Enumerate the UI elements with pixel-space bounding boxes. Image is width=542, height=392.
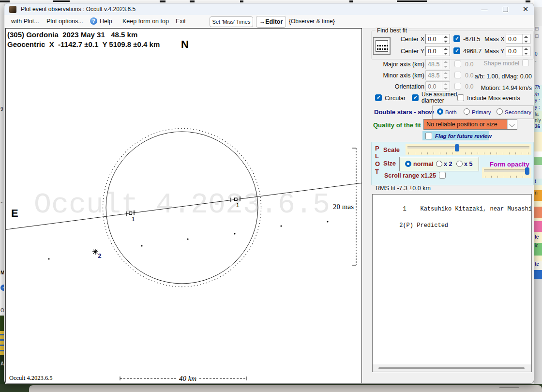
center-y-spin-buttons[interactable] <box>442 46 450 56</box>
menu-with-plot[interactable]: with Plot... <box>11 18 39 25</box>
background-window-edge <box>29 385 542 392</box>
size-x2-label: x 2 <box>444 161 452 168</box>
dropdown-arrow-icon <box>507 120 517 129</box>
minor-aux-checkbox <box>454 72 461 78</box>
north-label: N <box>181 38 189 50</box>
scroll-range-checkbox[interactable] <box>439 172 446 179</box>
ab-dmag-label: a/b: 1.00, dMag: 0.00 <box>467 73 532 80</box>
chord1-start-marker <box>127 211 134 216</box>
size-x5-label: x 5 <box>464 161 472 168</box>
center-x-spin-buttons[interactable] <box>442 34 450 44</box>
y-offset-checkbox[interactable] <box>453 47 460 54</box>
motion-label: Motion: 14.94 km/s <box>467 85 532 92</box>
quality-dropdown[interactable]: No reliable position or size <box>423 119 517 130</box>
mass-x-spin-buttons[interactable] <box>522 34 530 44</box>
circular-checkbox[interactable] <box>375 94 382 101</box>
minor-axis-label: Minor axis (km) <box>373 72 424 79</box>
scale-slider[interactable] <box>406 144 531 155</box>
size-normal-radio[interactable] <box>405 161 411 167</box>
menu-help[interactable]: ? Help <box>90 17 112 25</box>
scale-label: Scale <box>383 146 400 153</box>
double-stars-secondary-radio[interactable] <box>497 108 503 115</box>
orientation-label: Orientation <box>373 83 424 90</box>
double-stars-primary-radio[interactable] <box>464 108 470 115</box>
app-window: Plot event observations : Occult v.4.202… <box>4 3 534 384</box>
observation-line-1[interactable]: 1 Katsuhiko Kitazaki, near Musashino, To… <box>399 206 532 212</box>
orientation-value: 0.0 <box>426 82 442 91</box>
menu-plot-options[interactable]: Plot options... <box>46 18 83 25</box>
background-fragment <box>397 0 427 2</box>
size-x2-radio[interactable] <box>436 161 442 167</box>
plot-header-line1: (305) Gordonia 2023 May 31 48.5 km <box>7 30 137 39</box>
flag-review-row[interactable]: Flag for future review <box>422 131 489 140</box>
orientation-spinner[interactable]: 0.0 <box>425 81 450 91</box>
mas-scale-label: 20 mas <box>333 203 354 211</box>
scale-slider-track[interactable] <box>407 146 529 149</box>
double-stars-both-radio[interactable] <box>437 108 443 115</box>
shape-model-checkbox <box>522 60 529 66</box>
mass-x-spinner[interactable]: 0.0 <box>506 34 530 44</box>
mass-y-value: 0.0 <box>506 46 522 56</box>
x-offset-checkbox[interactable] <box>453 35 460 42</box>
mass-y-spinner[interactable]: 0.0 <box>506 46 530 56</box>
observation-line-2[interactable]: 2(P) Predicted <box>399 222 448 229</box>
flag-review-checkbox[interactable] <box>425 133 432 139</box>
background-fragment <box>240 0 243 2</box>
scale-slider-ticks <box>408 152 528 154</box>
title-bar: Plot event observations : Occult v.4.202… <box>4 3 534 15</box>
help-icon: ? <box>90 17 97 25</box>
editor-button[interactable]: →Editor <box>256 16 286 28</box>
observer-time-label: {Observer & time} <box>289 18 335 25</box>
major-aux-value: 0.0 <box>465 61 473 68</box>
set-miss-times-button[interactable]: Set 'Miss' Times <box>210 16 253 27</box>
minimize-button[interactable]: — <box>475 3 494 15</box>
menu-exit[interactable]: Exit <box>176 18 186 25</box>
use-assumed-line1: Use assumed <box>422 91 457 98</box>
center-y-spinner[interactable]: 0.0 <box>425 46 450 56</box>
scale-slider-thumb[interactable] <box>455 144 459 151</box>
close-button[interactable]: ✕ <box>516 3 534 15</box>
maximize-button[interactable] <box>496 3 515 15</box>
plot-letter-o: O <box>375 161 380 167</box>
menu-help-label: Help <box>100 18 112 25</box>
plot-header-line2: Geocentric X -1142.7 ±0.1 Y 5109.8 ±0.4 … <box>7 40 160 48</box>
include-miss-events-checkbox[interactable] <box>457 94 464 101</box>
listbox-hscrollbar[interactable] <box>373 364 531 372</box>
major-axis-spinner[interactable]: 48.5 <box>425 59 450 69</box>
chart-icon <box>376 40 388 52</box>
asteroid-circle <box>106 132 258 284</box>
size-x5-radio[interactable] <box>456 161 463 167</box>
star2-label: 2 <box>98 253 102 260</box>
flag-review-label: Flag for future review <box>435 133 492 139</box>
use-assumed-diameter-checkbox[interactable] <box>412 94 419 101</box>
form-opacity-slider[interactable] <box>482 167 531 178</box>
form-opacity-slider-thumb[interactable] <box>525 167 529 175</box>
form-opacity-label: Form opacity <box>490 161 529 168</box>
menu-keep-on-top[interactable]: Keep form on top <box>122 18 169 25</box>
window-title: Plot event observations : Occult v.4.202… <box>21 6 136 13</box>
listbox-hscrollbar-thumb[interactable] <box>378 367 525 369</box>
screen: 9~M✓OEAP ⊟⊟0-7h/ny :y :lanly36tnleicte P… <box>0 0 542 392</box>
background-fragment <box>0 0 10 2</box>
chord1-start-label: 1 <box>131 216 135 223</box>
minor-axis-spinner[interactable]: 48.5 <box>425 70 450 80</box>
app-icon <box>9 6 16 13</box>
plot-version-label: Occult 4.2023.6.5 <box>9 375 53 381</box>
circular-label: Circular <box>385 95 406 102</box>
plot-area[interactable]: Occult 4.2023.6.5 1 <box>5 28 362 383</box>
mass-x-label: Mass X <box>484 36 505 43</box>
major-axis-label: Major axis (km) <box>373 61 424 68</box>
major-aux-checkbox <box>454 60 461 67</box>
form-opacity-slider-track[interactable] <box>484 169 529 172</box>
plot-canvas: 1 1 2 <box>6 29 361 383</box>
background-window-handle <box>499 387 519 388</box>
observations-listbox[interactable]: 1 Katsuhiko Kitazaki, near Musashino, To… <box>372 194 532 372</box>
mass-y-spin-buttons[interactable] <box>522 46 530 56</box>
quality-value: No reliable position or size <box>424 120 507 129</box>
form-opacity-slider-ticks <box>485 176 528 178</box>
center-x-label: Center X <box>388 36 424 43</box>
background-fragment <box>190 0 195 2</box>
plot-letter-p: P <box>375 145 379 152</box>
center-x-spinner[interactable]: 0.0 <box>425 34 450 44</box>
plot-letter-t: T <box>375 168 379 175</box>
